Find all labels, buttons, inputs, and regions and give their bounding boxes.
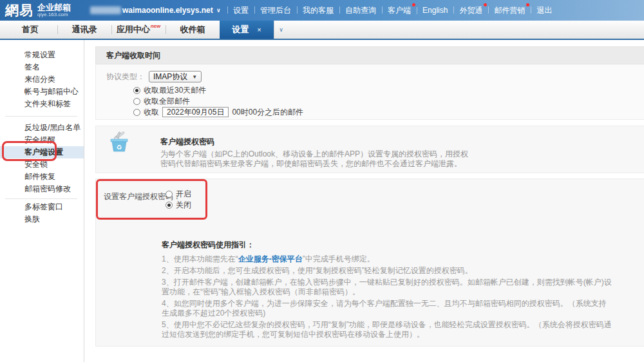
tab-home[interactable]: 首页	[3, 21, 57, 39]
sidebar-divider	[0, 110, 84, 122]
guide-line-1: 1、使用本功能需先在“企业服务-密保平台”中完成手机号绑定。	[162, 254, 612, 264]
sidebar-item-password-change[interactable]: 邮箱密码修改	[0, 183, 84, 195]
auth-toggle-group: 开启 关闭	[166, 188, 191, 210]
chevron-down-icon: ∨	[216, 7, 221, 14]
menu-item-logout[interactable]: 退出	[531, 5, 558, 16]
account-dropdown[interactable]: waimaoonline.elysys.net ∨	[90, 6, 221, 15]
settings-sidebar: 常规设置 签名 来信分类 帐号与邮箱中心 文件夹和标签 反垃圾/黑白名单 安全提…	[0, 40, 84, 362]
auth-password-title: 客户端授权密码	[160, 137, 214, 148]
auth-password-keys-icon: ♻	[108, 131, 131, 157]
guide-line-5: 5、使用中您不必记忆这些复杂的授权密码，巧用“复制”功能，即便是移动设备，也能轻…	[162, 320, 612, 339]
account-email: waimaoonline.elysys.net	[122, 6, 213, 15]
sidebar-item-security-reminder[interactable]: 安全提醒	[0, 134, 84, 146]
fetch-option-after-date[interactable]: 收取 2022年09月05日 00时00分之后的邮件	[133, 107, 644, 117]
guide-line-4: 4、如您同时使用多个客户端，为进一步保障安全，请为每个客户端配置独一无二、且均不…	[162, 299, 612, 318]
netease-logo-text: 網易	[5, 1, 33, 19]
guide-line-3: 3、打开邮件客户端，创建邮箱帐户，在输入密码步骤中，一键粘贴已复制好的授权密码。…	[162, 278, 612, 297]
sidebar-item-antispam-blacklist[interactable]: 反垃圾/黑白名单	[0, 122, 84, 134]
sidebar-item-security-lock[interactable]: 安全锁	[0, 158, 84, 171]
tab-inbox[interactable]: 收件箱	[166, 21, 220, 39]
auth-password-usage-guide: 客户端授权密码使用指引： 1、使用本功能需先在“企业服务-密保平台”中完成手机号…	[162, 240, 612, 341]
top-header-bar: 網易 企业邮箱 qiye.163.com waimaoonline.elysys…	[0, 0, 644, 21]
section-title: 客户端收取时间	[95, 46, 644, 64]
sidebar-divider	[0, 195, 84, 201]
auth-toggle-off[interactable]: 关闭	[166, 200, 191, 210]
tab-list-chevron-icon[interactable]: ∨	[274, 21, 288, 39]
tab-bar: 首页 通讯录 应用中心 new 收件箱 设置 × ∨	[0, 21, 644, 40]
menu-item-settings[interactable]: 设置	[227, 5, 254, 16]
header-menu: 设置 管理后台 我的客服 自助查询 客户端 English 外贸通 邮件营销 退…	[227, 5, 558, 15]
menu-item-waimaotong[interactable]: 外贸通	[453, 5, 488, 16]
svg-text:♻: ♻	[117, 144, 122, 151]
security-platform-link[interactable]: 企业服务-密保平台	[238, 254, 303, 263]
sidebar-item-client-settings[interactable]: 客户端设置	[0, 146, 84, 158]
client-fetch-time-section: 客户端收取时间 协议类型： IMAP协议 ▼ 收取最近30天邮件 收取全部邮件 …	[95, 46, 644, 120]
sidebar-item-multitab-window[interactable]: 多标签窗口	[0, 201, 84, 213]
new-badge: new	[151, 23, 161, 29]
date-input[interactable]: 2022年09月05日	[162, 107, 229, 117]
sidebar-item-mail-recovery[interactable]: 邮件恢复	[0, 171, 84, 183]
tab-settings[interactable]: 设置 ×	[220, 21, 274, 39]
tab-contacts[interactable]: 通讯录	[57, 21, 111, 39]
sidebar-item-signature[interactable]: 签名	[0, 61, 84, 73]
radio-icon[interactable]	[133, 87, 140, 94]
auth-password-settings-section: 设置客户端授权密码： 开启 关闭 客户端授权密码使用指引： 1、使用本功能需先在…	[95, 178, 644, 347]
product-domain: qiye.163.com	[37, 12, 71, 17]
sidebar-item-folders-labels[interactable]: 文件夹和标签	[0, 98, 84, 110]
menu-item-client[interactable]: 客户端	[382, 5, 417, 16]
menu-item-admin-console[interactable]: 管理后台	[254, 5, 297, 16]
menu-item-english[interactable]: English	[417, 6, 453, 15]
radio-icon[interactable]	[133, 98, 140, 105]
radio-icon[interactable]	[133, 109, 140, 116]
protocol-label: 协议类型：	[106, 71, 145, 82]
sidebar-item-general-settings[interactable]: 常规设置	[0, 49, 84, 61]
product-name: 企业邮箱	[37, 3, 71, 12]
radio-icon[interactable]	[166, 202, 173, 209]
tab-app-center[interactable]: 应用中心 new	[111, 21, 166, 39]
menu-item-email-marketing[interactable]: 邮件营销	[488, 5, 531, 16]
fetch-option-all-mail[interactable]: 收取全部邮件	[133, 96, 644, 106]
sidebar-item-account-mail-center[interactable]: 帐号与邮箱中心	[0, 86, 84, 98]
chevron-down-icon: ▼	[192, 74, 197, 80]
sidebar-item-change-skin[interactable]: 换肤	[0, 213, 84, 225]
netease-logo[interactable]: 網易 企业邮箱 qiye.163.com	[5, 1, 71, 19]
protocol-select[interactable]: IMAP协议 ▼	[149, 71, 202, 82]
fetch-option-last30days[interactable]: 收取最近30天邮件	[133, 85, 644, 95]
menu-item-self-help[interactable]: 自助查询	[339, 5, 382, 16]
sidebar-item-incoming-classification[interactable]: 来信分类	[0, 73, 84, 86]
auth-toggle-on[interactable]: 开启	[166, 189, 191, 199]
close-tab-icon[interactable]: ×	[257, 26, 261, 33]
guide-title: 客户端授权密码使用指引：	[162, 240, 612, 251]
guide-line-2: 2、开启本功能后，您可生成授权密码，使用“复制授权密码”轻松复制记忆设置的授权密…	[162, 266, 612, 276]
client-auth-password-section: ♻ 客户端授权密码 为每个客户端（如PC上的Outlook、移动设备上的邮件AP…	[95, 126, 644, 173]
menu-item-customer-service[interactable]: 我的客服	[297, 5, 339, 16]
auth-password-description: 为每个客户端（如PC上的Outlook、移动设备上的邮件APP）设置专属的授权密…	[160, 149, 468, 169]
radio-icon[interactable]	[166, 191, 173, 198]
redacted-email-blur	[90, 6, 121, 14]
